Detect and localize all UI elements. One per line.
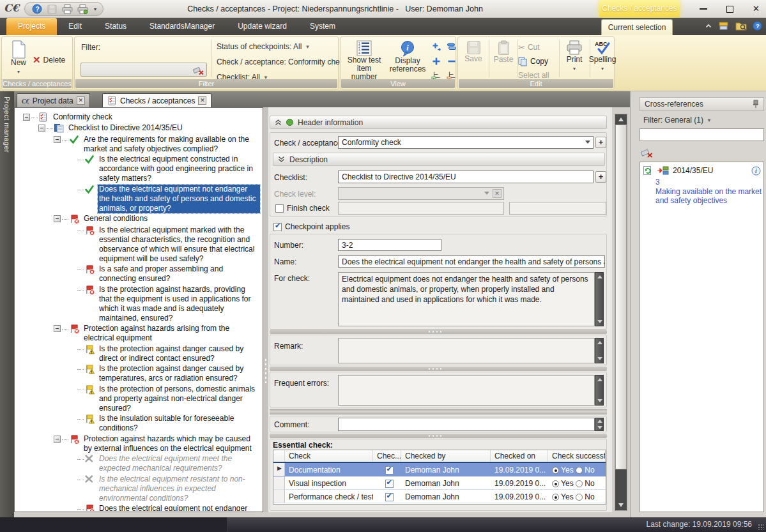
collapse-all-icon[interactable] <box>447 56 457 66</box>
tree-item[interactable]: Is the electrical equipment constructed … <box>17 155 260 183</box>
print-preview-icon[interactable] <box>77 4 88 15</box>
column-header-chec[interactable]: Chec... <box>373 450 401 462</box>
tree-item[interactable]: Is the protection against danger caused … <box>17 344 260 363</box>
display-references-button[interactable]: i Display references <box>387 38 429 80</box>
tree-item-label[interactable]: Checklist to Directive 2014/35/EU <box>67 123 184 133</box>
tree-item[interactable]: Conformity check <box>17 112 260 123</box>
tree-item[interactable]: Does the electrical equipment not endang… <box>17 504 260 511</box>
vertical-splitter[interactable] <box>263 107 268 512</box>
tree-item-label[interactable]: Is the protection against danger caused … <box>98 344 260 363</box>
checklist-field[interactable]: Checklist to Directive 2014/35/EU <box>338 171 594 183</box>
tree-item[interactable]: Does the electrical equipment not endang… <box>17 185 260 213</box>
collapse-section-icon[interactable] <box>275 119 282 126</box>
radio-yes[interactable] <box>552 494 559 501</box>
save-button[interactable]: Save <box>459 38 487 80</box>
tree-item[interactable]: Is a safe and proper assembling and conn… <box>17 264 260 284</box>
radio-no[interactable] <box>576 494 583 501</box>
ribbon-tab-edit[interactable]: Edit <box>57 18 93 35</box>
tree-item-label[interactable]: Is the electrical equipment marked with … <box>98 225 260 264</box>
eraser-icon[interactable] <box>193 65 204 75</box>
search-folder-icon[interactable] <box>735 21 747 31</box>
collapse-bars-icon[interactable] <box>447 42 457 52</box>
new-button[interactable]: New ▾ <box>4 38 33 80</box>
description-bar[interactable]: Description <box>273 153 605 166</box>
frequent-errors-scrollbar[interactable] <box>595 375 604 406</box>
check-level-combo[interactable]: ✕ <box>338 187 504 200</box>
radio-no[interactable] <box>576 480 583 487</box>
radio-yes[interactable] <box>552 467 559 474</box>
ribbon-tab-projects[interactable]: Projects <box>6 18 57 35</box>
number-field[interactable]: 3-2 <box>338 239 441 251</box>
ribbon-tab-status[interactable]: Status <box>93 18 138 35</box>
catalog-icon[interactable] <box>718 21 730 31</box>
tree-item-label[interactable]: Is the electrical equipment resistant to… <box>98 475 260 503</box>
header-information-bar[interactable]: Header information <box>270 116 607 129</box>
table-row[interactable]: ▶DocumentationDemoman John19.09.2019 0..… <box>273 463 606 476</box>
ribbon-tab-standardsmanager[interactable]: StandardsManager <box>138 18 226 35</box>
clear-icon[interactable]: ✕ <box>493 189 502 198</box>
tree-item-label[interactable]: Does the electrical equipment meet the e… <box>98 454 260 473</box>
tree-item[interactable]: Protection against hazards arising from … <box>17 324 260 343</box>
paste-button[interactable]: Paste <box>490 38 517 80</box>
tree-item[interactable]: Is the electrical equipment marked with … <box>17 225 260 264</box>
cross-reference-description[interactable]: Making available on the market and safet… <box>655 187 765 205</box>
tree-item-label[interactable]: General conditions <box>82 214 149 224</box>
close-button[interactable]: ✕ <box>753 0 760 18</box>
finish-check-checkbox[interactable] <box>275 204 284 213</box>
tree-item-label[interactable]: Does the electrical equipment not endang… <box>98 185 260 213</box>
scroll-up-icon[interactable] <box>615 114 627 125</box>
remark-scrollbar[interactable] <box>595 338 604 363</box>
tree-item-label[interactable]: Protection against hazards which may be … <box>82 434 260 453</box>
table-row[interactable]: Performance check / testDemoman John19.0… <box>273 490 606 503</box>
expand-branch-icon[interactable] <box>431 42 441 52</box>
expand-section-icon[interactable] <box>278 156 285 163</box>
column-header-checked-on[interactable]: Checked on <box>491 450 548 462</box>
chevron-down-icon[interactable] <box>585 141 590 144</box>
delete-button[interactable]: ✕ Delete <box>33 54 65 66</box>
clear-filter-button[interactable] <box>640 145 655 159</box>
tree-item[interactable]: Is the insulation suitable for foreseeab… <box>17 414 260 433</box>
qat-customize-icon[interactable]: ▾ <box>94 6 96 12</box>
column-header-indicator[interactable] <box>273 450 285 462</box>
tree-item[interactable]: Is the protection against danger caused … <box>17 364 260 383</box>
tree-item[interactable]: Is the protection against hazards, provi… <box>17 285 260 323</box>
table-row[interactable]: Visual inspectionDemoman John19.09.2019 … <box>273 476 606 490</box>
column-header-checked-by[interactable]: Checked by <box>401 450 491 462</box>
show-test-item-number-button[interactable]: 1234 Show test item number <box>343 38 385 80</box>
tab-current-selection[interactable]: Current selection <box>601 19 673 35</box>
horizontal-splitter[interactable] <box>270 367 607 371</box>
tree-item[interactable]: Does the electrical equipment meet the e… <box>17 454 260 473</box>
document-tab-project-data[interactable]: C€Project data✕ <box>17 93 90 107</box>
tree-item[interactable]: Is the electrical equipment resistant to… <box>17 475 260 503</box>
tree-item[interactable]: Checklist to Directive 2014/35/EU <box>17 123 260 133</box>
status-of-checkpoints-dropdown[interactable]: Status of checkpoints: All▼ <box>217 42 310 51</box>
project-manager-side-tab[interactable]: Project manager <box>0 91 14 517</box>
pin-icon[interactable] <box>753 100 759 109</box>
help-icon[interactable]: ? <box>31 4 42 15</box>
cross-references-filter-dropdown[interactable]: Filter: General (1)▼ <box>643 116 712 125</box>
scroll-down-icon[interactable] <box>615 500 627 510</box>
tree-item-label[interactable]: Is the protection against hazards, provi… <box>98 285 260 323</box>
radio-no[interactable] <box>576 467 583 474</box>
close-tab-icon[interactable]: ✕ <box>198 96 206 105</box>
tree-item-label[interactable]: Does the electrical equipment not endang… <box>98 504 260 511</box>
tree-item-label[interactable]: Is a safe and proper assembling and conn… <box>98 264 260 284</box>
tree-expander-icon[interactable] <box>54 325 61 332</box>
tree-item-label[interactable]: Protection against hazards arising from … <box>82 324 260 343</box>
info-icon[interactable]: i <box>751 166 761 176</box>
for-check-scrollbar[interactable] <box>595 272 604 326</box>
tree-item-label[interactable]: Is the protection against danger caused … <box>98 364 260 383</box>
tree-item[interactable]: Protection against hazards which may be … <box>17 434 260 453</box>
minimize-button[interactable] <box>700 8 707 10</box>
tree-expander-icon[interactable] <box>38 125 45 132</box>
form-scrollbar[interactable] <box>615 114 627 511</box>
help-circle-icon[interactable]: ? <box>753 21 762 31</box>
maximize-button[interactable] <box>726 6 733 13</box>
column-header-check-successful[interactable]: Check successful <box>548 450 606 462</box>
checkpoint-applies-checkbox[interactable] <box>273 223 282 231</box>
comment-input[interactable] <box>338 418 595 431</box>
radio-yes[interactable] <box>552 480 559 487</box>
scrollbar-thumb[interactable] <box>615 125 627 469</box>
horizontal-splitter[interactable] <box>270 434 607 438</box>
filter-input[interactable] <box>80 63 207 77</box>
